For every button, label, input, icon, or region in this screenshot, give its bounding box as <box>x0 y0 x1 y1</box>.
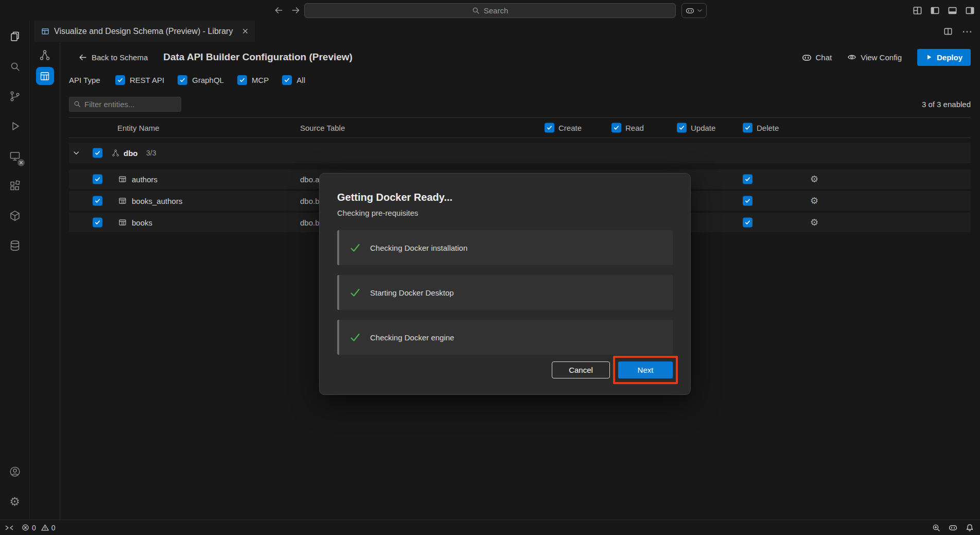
dialog-title: Getting Docker Ready... <box>337 191 673 203</box>
schema-tab-icon <box>41 27 49 36</box>
read-all-checkbox[interactable] <box>611 123 621 133</box>
dab-config-view-icon[interactable] <box>36 67 54 85</box>
problems-indicator[interactable]: 0 0 <box>22 524 56 532</box>
toggle-panel-icon[interactable] <box>948 6 957 15</box>
status-bar: 0 0 <box>0 520 980 535</box>
back-to-schema-button[interactable]: Back to Schema <box>78 53 148 62</box>
command-center-search[interactable]: Search <box>304 3 676 18</box>
customize-layout-icon[interactable] <box>913 6 922 15</box>
delete-column-header: Delete <box>743 123 779 133</box>
arrow-left-icon <box>78 53 87 62</box>
extensions-icon[interactable] <box>0 171 30 201</box>
remote-indicator-icon[interactable] <box>5 524 13 532</box>
chevron-down-icon <box>697 8 703 13</box>
row-settings-icon[interactable]: ⚙ <box>810 196 818 205</box>
mcp-option[interactable]: MCP <box>237 75 269 85</box>
explorer-icon[interactable] <box>0 22 30 51</box>
all-option[interactable]: All <box>282 75 305 85</box>
delete-checkbox[interactable] <box>743 218 752 228</box>
eye-icon <box>847 53 856 62</box>
deploy-label: Deploy <box>937 53 962 62</box>
delete-all-checkbox[interactable] <box>743 123 752 133</box>
mcp-checkbox[interactable] <box>237 75 247 85</box>
deploy-button[interactable]: Deploy <box>917 49 971 66</box>
source-control-icon[interactable] <box>0 81 30 111</box>
read-column-header: Read <box>611 123 644 133</box>
history-forward-icon[interactable] <box>291 6 301 15</box>
run-debug-icon[interactable] <box>0 111 30 141</box>
row-enabled-checkbox[interactable] <box>93 196 102 206</box>
error-icon <box>22 524 29 531</box>
rest-api-checkbox[interactable] <box>115 75 125 85</box>
create-label: Create <box>558 124 582 132</box>
schema-group-name: dbo <box>124 149 138 158</box>
remote-explorer-icon[interactable] <box>0 141 30 171</box>
search-icon <box>74 100 81 108</box>
getting-docker-ready-dialog: Getting Docker Ready... Checking pre-req… <box>319 173 691 395</box>
toggle-sidebar-left-icon[interactable] <box>930 6 940 15</box>
tab-close-icon[interactable] <box>241 27 249 35</box>
filter-row: 3 of 3 enabled <box>69 96 971 112</box>
enabled-summary: 3 of 3 enabled <box>922 100 971 109</box>
chevron-down-icon[interactable] <box>72 149 80 157</box>
create-all-checkbox[interactable] <box>545 123 554 133</box>
layout-controls <box>913 6 975 15</box>
next-button[interactable]: Next <box>618 361 673 378</box>
search-sidebar-icon[interactable] <box>0 51 30 81</box>
play-icon <box>925 54 933 61</box>
schema-group-row[interactable]: dbo 3/3 <box>69 143 971 163</box>
chat-label: Chat <box>816 53 832 62</box>
warning-icon <box>41 524 49 531</box>
update-label: Update <box>691 124 715 132</box>
all-checkbox[interactable] <box>282 75 292 85</box>
delete-checkbox[interactable] <box>743 196 752 206</box>
split-editor-icon[interactable] <box>943 27 953 36</box>
page-header: Back to Schema Data API Builder Configur… <box>69 48 971 66</box>
filter-entities-input[interactable] <box>84 100 177 109</box>
row-settings-icon[interactable]: ⚙ <box>810 175 818 184</box>
cancel-button[interactable]: Cancel <box>552 361 610 378</box>
create-column-header: Create <box>545 123 582 133</box>
tab-visualize-schema[interactable]: Visualize and Design Schema (Preview) - … <box>34 21 256 42</box>
settings-gear-icon[interactable]: ⚙ <box>0 487 30 516</box>
entity-name: books_authors <box>132 197 182 205</box>
table-header: Entity Name Source Table Create Read <box>69 117 971 138</box>
zoom-indicator-icon[interactable] <box>932 524 940 532</box>
copilot-menu-button[interactable] <box>681 3 707 18</box>
tab-label: Visualize and Design Schema (Preview) - … <box>54 27 233 36</box>
activity-bar: ⚙ <box>0 21 30 520</box>
entity-name: authors <box>132 175 157 184</box>
check-icon <box>349 242 361 253</box>
rest-api-label: REST API <box>130 76 164 84</box>
annotation-highlight-box: Next <box>613 356 678 384</box>
chat-button[interactable]: Chat <box>802 53 832 62</box>
tab-bar: Visualize and Design Schema (Preview) - … <box>30 21 980 42</box>
group-enabled-checkbox[interactable] <box>93 148 102 158</box>
containers-icon[interactable] <box>0 201 30 231</box>
schema-group-count: 3/3 <box>146 149 156 157</box>
toggle-sidebar-right-icon[interactable] <box>965 6 975 15</box>
page-header-actions: Chat View Config Deploy <box>802 49 971 66</box>
step-item: Checking Docker engine <box>337 320 673 355</box>
history-back-icon[interactable] <box>274 6 283 15</box>
update-all-checkbox[interactable] <box>677 123 687 133</box>
more-actions-icon[interactable]: ⋯ <box>962 25 973 38</box>
warning-count: 0 <box>51 524 56 532</box>
row-enabled-checkbox[interactable] <box>93 218 102 228</box>
row-enabled-checkbox[interactable] <box>93 175 102 184</box>
vscode-window: Search ⚙ <box>0 0 980 535</box>
graphql-checkbox[interactable] <box>178 75 187 85</box>
notifications-bell-icon[interactable] <box>966 524 974 532</box>
graphql-option[interactable]: GraphQL <box>178 75 224 85</box>
database-icon[interactable] <box>0 231 30 261</box>
row-settings-icon[interactable]: ⚙ <box>810 218 818 227</box>
step-label: Checking Docker engine <box>370 333 454 342</box>
api-type-label: API Type <box>69 76 102 84</box>
delete-checkbox[interactable] <box>743 175 752 184</box>
view-config-button[interactable]: View Config <box>847 53 902 62</box>
tab-bar-actions: ⋯ <box>943 21 973 42</box>
copilot-status-icon[interactable] <box>949 523 957 532</box>
accounts-icon[interactable] <box>0 457 30 487</box>
schema-diagram-view-icon[interactable] <box>39 49 51 61</box>
rest-api-option[interactable]: REST API <box>115 75 164 85</box>
